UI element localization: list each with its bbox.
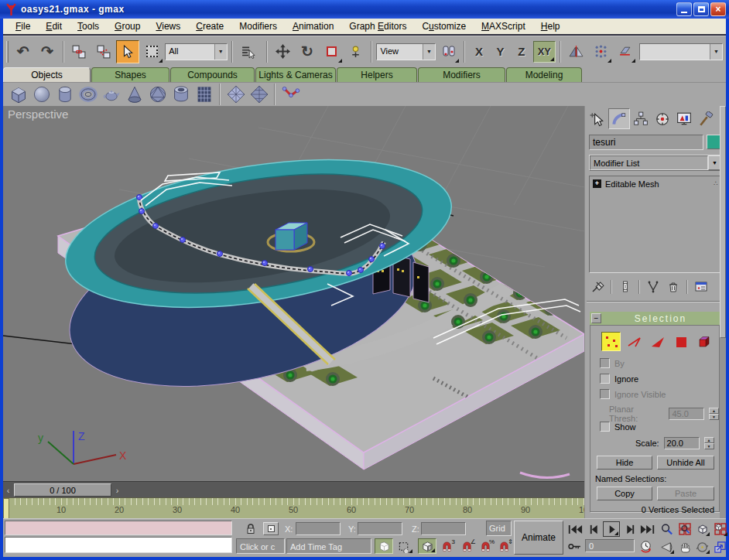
menu-item-group[interactable]: Group [107, 19, 148, 33]
create-torus-button[interactable] [77, 84, 98, 105]
align-button[interactable] [614, 40, 636, 63]
scale-field[interactable]: 20.0 [664, 437, 700, 449]
make-unique-button[interactable] [645, 278, 662, 295]
element-mode-button[interactable] [694, 332, 714, 351]
stack-item-editable-mesh[interactable]: + Editable Mesh [590, 176, 721, 191]
title-bar[interactable]: oasys21.gmax - gmax × [0, 0, 729, 19]
menu-item-modifiers[interactable]: Modifiers [231, 19, 285, 33]
y-coord-field[interactable] [358, 522, 402, 535]
menu-item-views[interactable]: Views [148, 19, 188, 33]
modifier-list-dropdown[interactable]: Modifier List ▼ [589, 155, 722, 171]
time-slider-track[interactable]: ‹ 0 / 100 › [3, 481, 584, 497]
restrict-xy-plane-button[interactable]: XY [533, 41, 556, 63]
redo-button[interactable]: ↷ [36, 40, 58, 63]
create-cone-button[interactable] [124, 84, 145, 105]
configure-modifier-sets-button[interactable] [693, 278, 710, 295]
undo-button[interactable]: ↶ [12, 40, 34, 63]
collapse-icon[interactable]: − [591, 313, 601, 323]
named-selection-sets-combo[interactable]: ▼ [639, 43, 723, 60]
close-button[interactable]: × [710, 2, 726, 16]
by-vertex-checkbox[interactable] [600, 358, 610, 368]
scrollbar-thumb[interactable] [720, 106, 726, 338]
zoom-button[interactable] [659, 521, 675, 537]
hide-button[interactable]: Hide [597, 456, 652, 470]
select-and-manipulate-button[interactable] [344, 40, 367, 63]
spinner-snap-toggle[interactable]: ⇕ [495, 538, 512, 554]
snap-3-toggle[interactable]: 3 [438, 538, 455, 554]
tab-motion-panel[interactable] [652, 108, 673, 129]
minimize-button[interactable] [676, 2, 692, 16]
edge-mode-button[interactable] [625, 332, 644, 351]
create-plane-button[interactable] [193, 84, 214, 105]
tab-display-panel[interactable] [673, 108, 695, 129]
current-frame-marker[interactable] [3, 498, 9, 518]
unlink-selection-button[interactable] [92, 40, 115, 63]
tab-modeling[interactable]: Modeling [506, 67, 582, 82]
zoom-extents-all-button[interactable] [712, 521, 728, 537]
create-tube-button[interactable] [170, 84, 191, 105]
tab-compounds[interactable]: Compounds [170, 67, 255, 82]
percent-snap-toggle[interactable]: % [477, 538, 494, 554]
planar-thresh-spinner[interactable]: ▲ ▼ [709, 408, 719, 420]
previous-frame-button[interactable] [585, 521, 602, 537]
panel-resize-grip[interactable]: ∴ [714, 179, 719, 187]
macro-recorder-field[interactable] [5, 521, 232, 535]
time-slider-prev-button[interactable]: ‹ [3, 483, 13, 497]
paste-button[interactable]: Paste [657, 487, 714, 500]
ignore-backfacing-checkbox[interactable] [600, 374, 610, 384]
menu-item-maxscript[interactable]: MAXScript [474, 19, 533, 33]
track-bar[interactable]: 10 20 30 40 50 60 70 80 90 100 [3, 497, 584, 518]
tab-shapes[interactable]: Shapes [91, 67, 169, 82]
menu-item-file[interactable]: File [8, 19, 38, 33]
menu-item-customize[interactable]: Customize [414, 19, 474, 33]
current-frame-field[interactable]: 0 [585, 539, 635, 552]
pan-button[interactable] [676, 539, 693, 555]
create-tri-patch-button[interactable] [248, 84, 269, 105]
toolbar-grip[interactable] [6, 41, 9, 63]
tab-modify-panel[interactable] [608, 108, 630, 129]
modifier-stack[interactable]: + Editable Mesh ∴ [589, 176, 722, 273]
viewport-canvas[interactable]: Z X y [3, 106, 584, 481]
arc-rotate-button[interactable] [694, 539, 710, 555]
z-coord-field[interactable] [421, 522, 466, 535]
absolute-offset-toggle[interactable] [263, 522, 279, 535]
select-and-rotate-button[interactable]: ↻ [296, 40, 318, 63]
selection-filter-combo[interactable]: All ▼ [165, 43, 227, 60]
dropdown-arrow-icon[interactable]: ▼ [214, 44, 227, 60]
tab-modifiers[interactable]: Modifiers [418, 67, 505, 82]
create-cylinder-button[interactable] [54, 84, 75, 105]
listener-field[interactable] [5, 537, 232, 553]
reference-coordsys-combo[interactable]: View ▼ [376, 43, 435, 60]
select-object-button[interactable] [116, 40, 139, 63]
selection-lock-toggle[interactable] [244, 522, 258, 536]
zoom-all-button[interactable] [676, 521, 693, 537]
menu-item-help[interactable]: Help [533, 19, 568, 33]
menu-item-tools[interactable]: Tools [70, 19, 107, 33]
maximize-button[interactable] [693, 2, 709, 16]
object-name-field[interactable]: tesuri [589, 135, 703, 150]
angle-snap-toggle[interactable]: ∠ [458, 538, 475, 554]
show-normals-checkbox[interactable] [600, 422, 610, 432]
create-quad-patch-button[interactable] [225, 84, 246, 105]
min-max-toggle-button[interactable] [712, 539, 728, 555]
play-button[interactable] [603, 521, 620, 537]
create-box-button[interactable] [8, 84, 29, 105]
pin-stack-button[interactable] [589, 278, 606, 295]
copy-button[interactable]: Copy [597, 487, 652, 500]
tab-create-panel[interactable] [587, 108, 608, 129]
add-time-tag[interactable]: Add Time Tag [286, 538, 371, 554]
create-geosphere-button[interactable] [147, 84, 168, 105]
menu-item-graph-editors[interactable]: Graph Editors [341, 19, 414, 33]
time-configuration-button[interactable] [638, 539, 653, 553]
x-coord-field[interactable] [296, 522, 341, 535]
selection-region-button[interactable] [141, 40, 163, 63]
restrict-z-button[interactable]: Z [512, 42, 531, 62]
mirror-button[interactable] [565, 40, 587, 63]
next-frame-button[interactable] [621, 521, 638, 537]
create-teapot-button[interactable] [101, 84, 122, 105]
use-center-button[interactable] [437, 40, 460, 63]
face-mode-button[interactable] [648, 332, 667, 351]
tab-lights-cameras[interactable]: Lights & Cameras [255, 67, 336, 82]
scale-spinner[interactable]: ▲ ▼ [704, 437, 714, 449]
polygon-mode-button[interactable] [671, 332, 690, 351]
